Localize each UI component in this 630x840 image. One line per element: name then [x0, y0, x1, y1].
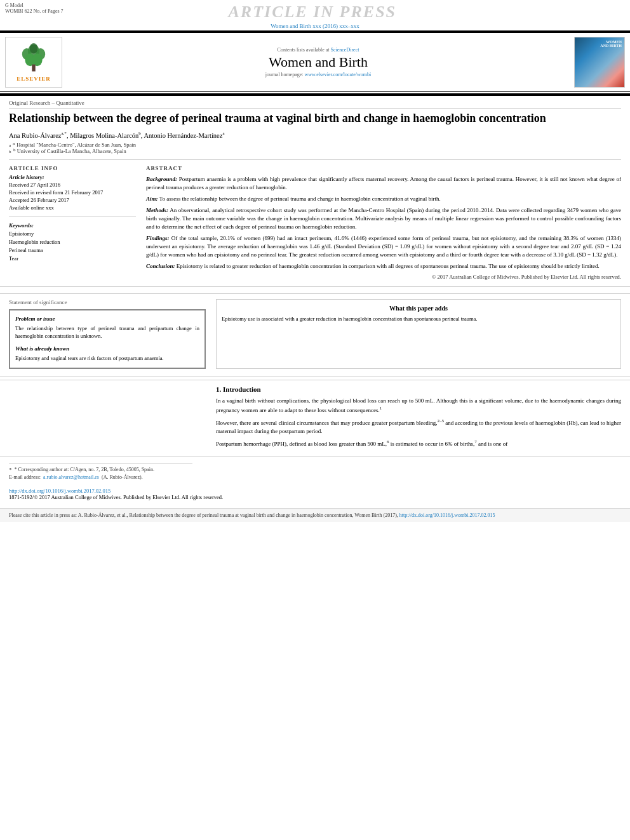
svg-point-6 [30, 43, 38, 53]
main-content: Original Research – Quantitative Relatio… [0, 95, 630, 284]
email-suffix: (A. Rubio-Álvarez). [102, 474, 143, 480]
keywords-label: Keywords: [9, 222, 136, 229]
keyword-2: Haemoglobin reduction [9, 238, 136, 246]
intro-para-2: However, there are several clinical circ… [216, 418, 621, 436]
journal-homepage-link[interactable]: www.elsevier.com/locate/wombi [304, 72, 371, 77]
ref-2-5: 2–5 [437, 418, 444, 423]
introduction-section: 1. Introduction In a vaginal birth witho… [0, 380, 630, 457]
contents-line: Contents lists available at ScienceDirec… [278, 47, 359, 53]
intro-two-col: 1. Introduction In a vaginal birth witho… [9, 385, 621, 451]
intro-para-2-text: However, there are several clinical circ… [216, 420, 437, 426]
article-title: Relationship between the degree of perin… [9, 111, 621, 126]
doi-link[interactable]: http://dx.doi.org/10.1016/j.wombi.2017.0… [9, 488, 111, 494]
abstract-background: Background: Postpartum anaemia is a prob… [146, 175, 621, 192]
abstract-conclusion: Conclusion: Episiotomy is related to gre… [146, 262, 621, 270]
intro-left-spacer [9, 385, 206, 451]
findings-label: Findings: [146, 235, 170, 241]
citation-bar: Please cite this article in press as: A.… [0, 508, 630, 522]
accepted-date: Accepted 26 February 2017 [9, 197, 136, 204]
author-sup-a: a,* [62, 131, 67, 136]
citation-doi-link[interactable]: http://dx.doi.org/10.1016/j.wombi.2017.0… [399, 512, 495, 518]
intro-para-3-cont2: and is one of [478, 441, 507, 447]
affil-sup-a: a [9, 143, 11, 148]
journal-title: Women and Birth [269, 54, 368, 70]
sig-box: Problem or issue The relationship betwee… [9, 309, 206, 369]
significance-section: Statement of significance Problem or iss… [0, 293, 630, 374]
what-adds-text: Episiotomy use is associated with a grea… [222, 316, 615, 323]
available-online: Available online xxx [9, 204, 136, 212]
aim-label: Aim: [146, 196, 158, 202]
footnotes: * * Corresponding author at: C/Agen, no.… [0, 457, 630, 485]
article-body-two-col: ARTICLE INFO Article history: Received 2… [9, 159, 621, 280]
journal-header: ELSEVIER Contents lists available at Sci… [0, 32, 630, 92]
affil-a-text: ᵃ Hospital "Mancha-Centro", Alcázar de S… [13, 142, 136, 148]
problem-label: Problem or issue [15, 316, 199, 322]
affil-sup-b: b [9, 149, 11, 154]
author-sup-a2: a [222, 131, 224, 136]
ref-7: 7 [474, 439, 477, 444]
corresponding-text: * Corresponding author at: C/Agen, no. 7… [15, 467, 154, 473]
intro-para-3-text: Postpartum hemorrhage (PPH), defined as … [216, 441, 387, 447]
received-date: Received 27 April 2016 [9, 182, 136, 189]
article-info-heading: ARTICLE INFO [9, 165, 136, 171]
elsevier-label: ELSEVIER [17, 76, 51, 82]
article-info-col: ARTICLE INFO Article history: Received 2… [9, 165, 136, 280]
methods-text: An observational, analytical retrospecti… [146, 207, 621, 230]
intro-para-3-cont: is estimated to occur in 6% of births, [391, 441, 474, 447]
methods-label: Methods: [146, 207, 168, 213]
intro-para-1: In a vaginal birth without complications… [216, 397, 621, 415]
ref-6: 6 [387, 439, 389, 444]
copyright-line: © 2017 Australian College of Midwives. P… [146, 274, 621, 280]
keywords-section: Keywords: Episiotomy Haemoglobin reducti… [9, 222, 136, 262]
abstract-findings: Findings: Of the total sample, 20.1% of … [146, 234, 621, 259]
keyword-1: Episiotomy [9, 230, 136, 238]
keyword-4: Tear [9, 255, 136, 263]
what-adds-title: What this paper adds [222, 305, 615, 312]
top-bar: G Model WOMBI 622 No. of Pages 7 ARTICLE… [0, 0, 630, 23]
background-label: Background: [146, 176, 177, 182]
svg-point-4 [32, 53, 42, 66]
journal-cover-image: WOMENAND BIRTH [574, 37, 625, 88]
email-line: E-mail address: a.rubio.alvarez@hotmail.… [9, 474, 621, 480]
corresponding-author: * * Corresponding author at: C/Agen, no.… [9, 467, 621, 473]
journal-volume-line: Women and Birth xxx (2016) xxx–xxx [0, 23, 630, 29]
keyword-3: Perineal trauma [9, 246, 136, 255]
journal-center: Contents lists available at ScienceDirec… [67, 37, 569, 88]
what-known-text: Episiotomy and vaginal tears are risk fa… [15, 355, 199, 363]
doi-section: http://dx.doi.org/10.1016/j.wombi.2017.0… [0, 485, 630, 503]
conclusion-text: Episiotomy is related to greater reducti… [177, 263, 600, 269]
problem-text: The relationship between type of perinea… [15, 325, 199, 340]
g-model-text: G Model WOMBI 622 No. of Pages 7 [5, 3, 64, 14]
what-known: What is already known Episiotomy and vag… [15, 345, 199, 363]
authors-line: Ana Rubio-Álvareza,*, Milagros Molina-Al… [9, 131, 621, 139]
elsevier-logo: ELSEVIER [5, 37, 62, 88]
affiliation-b: b ᵇ University of Castilla-La Mancha, Al… [9, 148, 621, 154]
intro-para-3: Postpartum hemorrhage (PPH), defined as … [216, 439, 621, 448]
journal-cover-text: WOMENAND BIRTH [600, 40, 622, 48]
article-history: Article history: Received 27 April 2016 … [9, 174, 136, 218]
issn-line: 1871-5192/© 2017 Australian College of M… [9, 494, 621, 500]
ref-1: 1 [380, 406, 382, 411]
journal-homepage: journal homepage: www.elsevier.com/locat… [265, 72, 372, 77]
email-link[interactable]: a.rubio.alvarez@hotmail.es [43, 474, 99, 480]
abstract-col: ABSTRACT Background: Postpartum anaemia … [146, 165, 621, 280]
email-label: E-mail address: [9, 474, 41, 480]
background-text: Postpartum anaemia is a problem with hig… [146, 176, 621, 190]
intro-right: 1. Introduction In a vaginal birth witho… [216, 385, 621, 451]
elsevier-tree-icon [15, 43, 53, 74]
conclusion-label: Conclusion: [146, 263, 175, 269]
what-known-label: What is already known [15, 345, 199, 352]
affiliation-a: a ᵃ Hospital "Mancha-Centro", Alcázar de… [9, 142, 621, 148]
author-sup-b: b [138, 131, 141, 136]
article-type: Original Research – Quantitative [9, 100, 621, 109]
sciencedirect-link[interactable]: ScienceDirect [331, 47, 359, 53]
affiliations: a ᵃ Hospital "Mancha-Centro", Alcázar de… [9, 142, 621, 154]
asterisk-icon: * [9, 467, 12, 473]
intro-para-1-text: In a vaginal birth without complications… [216, 397, 621, 413]
intro-heading: 1. Introduction [216, 385, 621, 393]
what-adds-box: What this paper adds Episiotomy use is a… [216, 299, 621, 369]
abstract-aim: Aim: To assess the relationship between … [146, 195, 621, 203]
citation-text: Please cite this article in press as: A.… [9, 512, 398, 518]
revised-date: Received in revised form 21 February 201… [9, 189, 136, 197]
sig-statement-title: Statement of significance [9, 299, 206, 305]
